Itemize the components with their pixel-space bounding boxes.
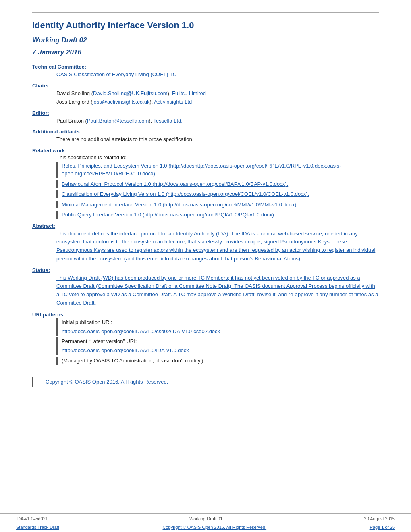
chair-1: David Snelling (David.Snelling@UK.Fujits… bbox=[56, 89, 379, 98]
uri-managed-block: (Managed by OASIS TC Administration; ple… bbox=[56, 357, 379, 365]
related-link-1[interactable]: Roles, Principles, and Ecosystem Version… bbox=[62, 163, 341, 177]
chair1-org[interactable]: Fujitsu Limited bbox=[172, 90, 206, 96]
chair2-email[interactable]: joss@activinsights.co.uk bbox=[93, 99, 150, 105]
status-label: Status: bbox=[32, 267, 379, 273]
additional-artifacts-content: There are no additional artefacts to thi… bbox=[32, 135, 379, 143]
footer-track: Standards Track Draft bbox=[16, 525, 59, 530]
related-link-4[interactable]: Minimal Management Interface Version 1.0… bbox=[62, 202, 298, 208]
additional-artifacts-label: Additional artifacts: bbox=[32, 129, 379, 135]
related-link-2[interactable]: Behavioural Atom Protocol Version 1.0 (h… bbox=[62, 181, 288, 187]
copyright-link[interactable]: Copyright © OASIS Open 2016. All Rights … bbox=[46, 379, 168, 385]
related-work-list: Roles, Principles, and Ecosystem Version… bbox=[32, 162, 379, 219]
footer-copyright: Copyright © OASIS Open 2015. All Rights … bbox=[163, 525, 267, 530]
page: Identity Authority Interface Version 1.0… bbox=[0, 0, 411, 532]
document-title: Identity Authority Interface Version 1.0 bbox=[32, 20, 379, 31]
abstract-content: This document defines the interface prot… bbox=[32, 230, 379, 263]
footer-draft-label: Working Draft 01 bbox=[189, 516, 222, 521]
footer-page: Page 1 of 25 bbox=[370, 525, 395, 530]
technical-committee-content: OASIS Classification of Everyday Living … bbox=[32, 71, 379, 79]
related-item-3: Classification of Everyday Living Versio… bbox=[56, 190, 379, 198]
chairs-label: Chairs: bbox=[32, 83, 379, 89]
content-area: Identity Authority Interface Version 1.0… bbox=[0, 0, 411, 513]
status-content: This Working Draft (WD) has been produce… bbox=[32, 274, 379, 308]
related-item-5: Public Query Interface Version 1.0 (http… bbox=[56, 211, 379, 219]
related-work-intro: This specification is related to: bbox=[32, 154, 379, 160]
footer-row2: Standards Track Draft Copyright © OASIS … bbox=[16, 523, 395, 530]
chair2-org[interactable]: Activinsights Ltd bbox=[154, 99, 192, 105]
document-subtitle: Working Draft 02 bbox=[32, 36, 379, 44]
status-text: This Working Draft (WD) has been produce… bbox=[56, 274, 379, 308]
editor-email[interactable]: Paul.Bruton@tessella.com bbox=[87, 118, 149, 124]
technical-committee-link[interactable]: OASIS Classification of Everyday Living … bbox=[56, 71, 176, 77]
footer-row1: IDA-v1.0-wd021 Working Draft 01 20 Augus… bbox=[16, 516, 395, 523]
editor-entry: Paul Bruton (Paul.Bruton@tessella.com), … bbox=[56, 117, 379, 125]
chair1-email[interactable]: David.Snelling@UK.Fujitsu.com bbox=[93, 90, 167, 96]
additional-artifacts-text: There are no additional artefacts to thi… bbox=[56, 135, 379, 143]
related-item-1: Roles, Principles, and Ecosystem Version… bbox=[56, 162, 379, 178]
editor-org[interactable]: Tessella Ltd. bbox=[154, 118, 183, 124]
footer: IDA-v1.0-wd021 Working Draft 01 20 Augus… bbox=[0, 513, 411, 532]
top-rule bbox=[32, 12, 379, 13]
chairs-block: Chairs: David Snelling (David.Snelling@U… bbox=[32, 83, 379, 106]
editor-block: Editor: Paul Bruton (Paul.Bruton@tessell… bbox=[32, 110, 379, 125]
related-work-block: Related work: This specification is rela… bbox=[32, 148, 379, 219]
technical-committee-block: Technical Committee: OASIS Classificatio… bbox=[32, 64, 379, 79]
related-item-4: Minimal Management Interface Version 1.0… bbox=[56, 201, 379, 209]
uri-patterns-block: URI patterns: Initial publication URI: h… bbox=[32, 312, 379, 365]
uri-managed-text: (Managed by OASIS TC Administration; ple… bbox=[62, 357, 379, 365]
related-link-5[interactable]: Public Query Interface Version 1.0 (http… bbox=[62, 212, 275, 218]
uri-permanent-block: Permanent “Latest version” URI: http://d… bbox=[56, 337, 379, 355]
related-item-2: Behavioural Atom Protocol Version 1.0 (h… bbox=[56, 180, 379, 188]
uri-initial-label: Initial publication URI: bbox=[62, 318, 379, 327]
uri-permanent-link[interactable]: http://docs.oasis-open.org/coel/IDA/v1.0… bbox=[62, 347, 189, 353]
uri-permanent-label: Permanent “Latest version” URI: bbox=[62, 337, 379, 346]
editor-label: Editor: bbox=[32, 110, 379, 116]
copyright-block: Copyright © OASIS Open 2016. All Rights … bbox=[32, 377, 379, 387]
technical-committee-label: Technical Committee: bbox=[32, 64, 379, 70]
status-block: Status: This Working Draft (WD) has been… bbox=[32, 267, 379, 308]
related-link-3[interactable]: Classification of Everyday Living Versio… bbox=[62, 191, 309, 197]
uri-initial-link[interactable]: http://docs.oasis-open.org/coel/IDA/v1.0… bbox=[62, 328, 220, 335]
uri-patterns-content: Initial publication URI: http://docs.oas… bbox=[32, 318, 379, 365]
document-date: 7 January 2016 bbox=[32, 48, 379, 56]
chair-2: Joss Langford (joss@activinsights.co.uk)… bbox=[56, 98, 379, 106]
uri-initial-block: Initial publication URI: http://docs.oas… bbox=[56, 318, 379, 336]
related-work-label: Related work: bbox=[32, 148, 379, 154]
chairs-content: David Snelling (David.Snelling@UK.Fujits… bbox=[32, 89, 379, 106]
additional-artifacts-block: Additional artifacts: There are no addit… bbox=[32, 129, 379, 143]
abstract-text: This document defines the interface prot… bbox=[56, 230, 379, 263]
editor-content: Paul Bruton (Paul.Bruton@tessella.com), … bbox=[32, 117, 379, 125]
uri-patterns-label: URI patterns: bbox=[32, 312, 379, 318]
abstract-block: Abstract: This document defines the inte… bbox=[32, 223, 379, 263]
footer-doc-id: IDA-v1.0-wd021 bbox=[16, 516, 48, 521]
abstract-label: Abstract: bbox=[32, 223, 379, 229]
footer-date: 20 August 2015 bbox=[364, 516, 395, 521]
